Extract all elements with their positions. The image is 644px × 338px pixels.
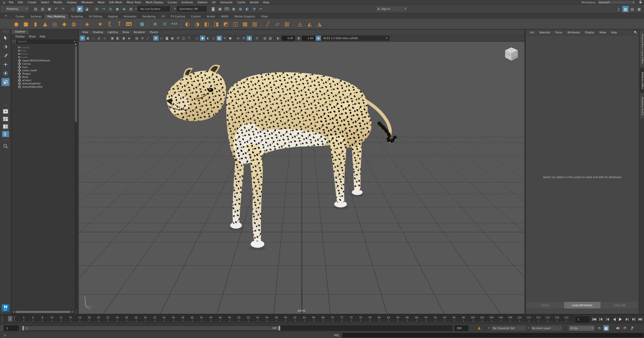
menu-curves[interactable]: Curves — [165, 0, 179, 5]
center-pivot-icon[interactable]: ⊕ — [150, 19, 160, 29]
ipr-render-icon[interactable]: IPR — [224, 6, 230, 12]
insert-edge-loop-icon[interactable]: ▥ — [282, 19, 292, 29]
copy-tab-button[interactable]: Copy Tab — [601, 302, 638, 308]
image-plane-icon[interactable]: ▤ — [134, 36, 140, 41]
outliner-item-eyes[interactable]: Eyes — [12, 65, 74, 69]
shelf-tab-rendering[interactable]: Rendering — [140, 14, 159, 19]
shelf-options-icon[interactable]: ≡ — [5, 14, 7, 17]
snap-to-grid-icon[interactable]: ⊞ — [94, 6, 100, 12]
outliner-item-defaultlightset[interactable]: defaultLightSet — [12, 82, 74, 85]
gate-mask-icon[interactable]: ▣ — [170, 36, 175, 41]
workspace-select[interactable]: General* ▼ — [598, 1, 635, 4]
move-tool[interactable] — [2, 60, 10, 68]
xray-icon[interactable]: ▥ — [262, 36, 268, 41]
menu-uv[interactable]: UV — [210, 0, 218, 5]
outliner-item-cornea[interactable]: Cornea — [12, 62, 74, 65]
poly-torus-icon[interactable]: ◎ — [50, 19, 59, 29]
shelf-tab-sculpting[interactable]: Sculpting — [68, 14, 86, 19]
boolean-union-icon[interactable]: ◐ — [183, 19, 192, 29]
screen-space-ao-icon[interactable]: ◎ — [236, 36, 241, 41]
select-button[interactable]: Select — [527, 302, 563, 308]
isolate-select-icon[interactable]: ⊡ — [254, 36, 260, 41]
audio-icon[interactable] — [615, 325, 621, 331]
poly-cylinder-icon[interactable]: ▮ — [31, 19, 40, 29]
outliner-item-body[interactable]: Body — [12, 75, 74, 79]
ae-menu-attributes[interactable]: Attributes — [565, 31, 582, 34]
light-editor-icon[interactable]: ◔ — [251, 6, 257, 12]
poly-type-text-icon[interactable]: T — [115, 19, 124, 29]
channelbox-toggle-icon[interactable]: ▤ — [629, 6, 635, 12]
go-to-start-button[interactable] — [591, 316, 598, 323]
play-forwards-button[interactable] — [617, 316, 624, 323]
animation-end-field[interactable]: 200 — [454, 325, 469, 331]
menu-mesh[interactable]: Mesh — [95, 0, 107, 5]
single-pane-layout-button[interactable] — [2, 108, 9, 115]
shelf-tab-arnold[interactable]: Arnold — [204, 14, 218, 19]
multi-cut-icon[interactable]: ╱ — [263, 19, 272, 29]
snap-to-point-icon[interactable]: ◎ — [107, 6, 114, 12]
menu-edit-mesh[interactable]: Edit Mesh — [107, 0, 124, 5]
outliner-persp-layout-button[interactable] — [2, 131, 9, 137]
separate-icon[interactable]: ◨ — [212, 19, 221, 29]
snap-to-curve-icon[interactable]: ↪ — [100, 6, 107, 12]
ae-menu-selected[interactable]: Selected — [536, 31, 552, 34]
mirror-icon[interactable]: ◫ — [231, 19, 240, 29]
lock-camera-icon[interactable]: ◧ — [115, 36, 121, 41]
default-material-icon[interactable]: □ — [91, 36, 96, 41]
step-back-frame-button[interactable] — [598, 316, 604, 323]
poly-disc-icon[interactable]: ◍ — [69, 19, 79, 29]
selection-highlight-icon[interactable]: A — [80, 36, 85, 41]
menu-cache[interactable]: Cache — [235, 0, 248, 5]
scrollbar-thumb[interactable] — [15, 311, 70, 313]
drag-handle[interactable] — [2, 30, 9, 33]
step-forward-key-button[interactable] — [624, 316, 630, 323]
side-tab-modeling-toolkit[interactable]: Modeling Toolkit — [640, 93, 644, 119]
textured-display-icon[interactable]: ▩ — [96, 36, 102, 41]
scale-tool[interactable] — [2, 78, 10, 86]
live-surface-field[interactable]: No Live Surface — [138, 6, 170, 12]
bounding-box-icon[interactable]: □ — [211, 36, 216, 41]
step-forward-frame-button[interactable] — [631, 316, 637, 323]
select-component-mode-icon[interactable]: ◪ — [84, 6, 90, 12]
scroll-right-icon[interactable]: ▶ — [71, 311, 74, 313]
menu-select[interactable]: Select — [39, 0, 51, 5]
viewport-menu-panels[interactable]: Panels — [147, 31, 160, 34]
range-start-handle[interactable] — [22, 326, 24, 330]
safe-action-icon[interactable]: ◫ — [181, 36, 186, 41]
outliner-item-front[interactable]: front — [12, 52, 74, 56]
outliner-item-lower-teeth[interactable]: Lower_teeth — [12, 69, 74, 72]
help-icon[interactable]: ◎ — [4, 333, 6, 337]
shelf-tab-motion-graphics[interactable]: Motion Graphics — [231, 14, 258, 19]
snap-align-icon[interactable]: ⊙ — [160, 19, 169, 29]
ae-menu-help[interactable]: Help — [609, 31, 620, 34]
outliner-horizontal-scrollbar[interactable]: ◀ ▶ — [12, 310, 74, 313]
gamma-field[interactable]: 1.00 — [302, 36, 315, 41]
menu-windows[interactable]: Windows — [79, 0, 95, 5]
viewport-menu-lighting[interactable]: Lighting — [105, 31, 120, 34]
safe-title-icon[interactable]: T — [187, 36, 192, 41]
save-scene-icon[interactable]: ▣ — [46, 6, 53, 12]
chevron-down-icon[interactable]: ▼ — [174, 8, 175, 10]
step-back-key-button[interactable] — [604, 316, 611, 323]
render-sequence-icon[interactable]: ◉ — [230, 6, 237, 12]
menu-mesh-display[interactable]: Mesh Display — [143, 0, 166, 5]
shelf-tab-xgen[interactable]: XGen — [258, 14, 271, 19]
flat-shade-icon[interactable]: ◐ — [205, 36, 211, 41]
menu-generate[interactable]: Generate — [218, 0, 235, 5]
outliner-title[interactable]: Outliner — [12, 30, 29, 34]
rotate-tool[interactable] — [2, 69, 10, 77]
select-camera-icon[interactable]: ▣ — [110, 36, 115, 41]
view-transform-select[interactable]: ACES 1.0 SDR-video (sRGB) ▼ — [321, 36, 390, 41]
poly-helix-icon[interactable]: ξ — [105, 19, 114, 29]
grease-pencil-icon[interactable]: ╱ — [145, 36, 151, 41]
bookmark-icon[interactable]: ◈ — [126, 36, 132, 41]
outliner-item-top[interactable]: top — [12, 49, 74, 52]
fps-select[interactable]: 24 fps ▼ — [569, 325, 595, 331]
lights-icon[interactable]: ☀ — [222, 36, 227, 41]
camera-attributes-icon[interactable]: ◨ — [121, 36, 126, 41]
outliner-vertical-scrollbar[interactable]: ▲ — [75, 46, 77, 309]
shadows-icon[interactable]: ● — [228, 36, 233, 41]
exposure-icon[interactable]: ◐ — [276, 36, 281, 41]
menu-file[interactable]: File — [7, 0, 16, 5]
textures-icon[interactable]: ▨ — [217, 36, 222, 41]
